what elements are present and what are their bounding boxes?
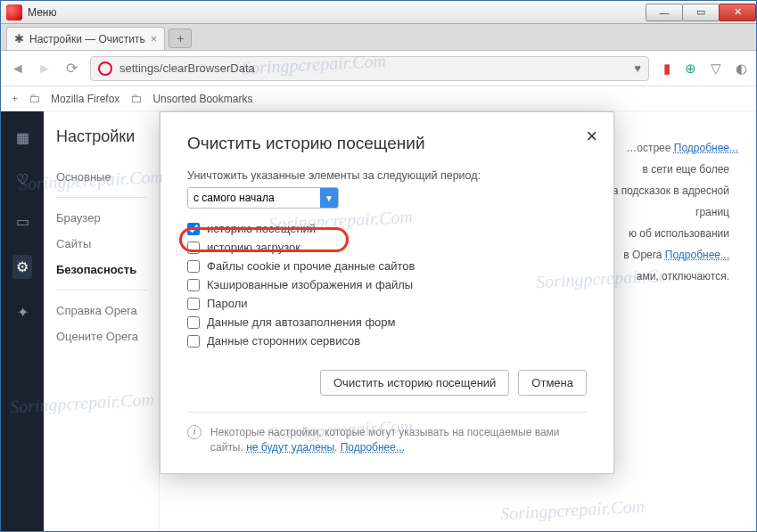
info-icon: i xyxy=(187,425,202,439)
window-close-button[interactable]: ✕ xyxy=(719,4,756,21)
heart-icon[interactable]: ♥ xyxy=(634,61,641,75)
new-tab-button[interactable]: + xyxy=(169,29,192,48)
folder-icon: 🗀 xyxy=(29,92,40,105)
maximize-button[interactable]: ▭ xyxy=(682,4,720,21)
chk-cache[interactable] xyxy=(187,279,200,291)
url-text: settings/clearBrowserData xyxy=(119,61,255,75)
chk-passwords[interactable] xyxy=(187,298,200,310)
left-icon-rail: ▦ ♡ ▭ ⚙ ✦ xyxy=(1,111,44,531)
chk-cookies[interactable] xyxy=(187,260,200,273)
dialog-title: Очистить историю посещений xyxy=(187,134,587,153)
chk-history[interactable] xyxy=(187,223,200,235)
period-select[interactable]: с самого начала ▼ xyxy=(187,187,339,209)
tab-strip: ✱ Настройки — Очистить × + xyxy=(1,24,756,51)
settings-sidebar: Настройки Основные Браузер Сайты Безопас… xyxy=(44,111,160,531)
menu-button[interactable]: Меню xyxy=(28,6,56,19)
sidebar-item-basic[interactable]: Основные xyxy=(56,164,146,190)
period-value: с самого начала xyxy=(193,192,275,204)
more-link[interactable]: Подробнее... xyxy=(674,142,738,154)
more-link[interactable]: Подробнее... xyxy=(665,249,729,261)
adblock-icon[interactable]: ▮ xyxy=(663,61,671,77)
address-bar: ◄ ► ⟳ settings/clearBrowserData ♥ ▮ ⊕ ▽ … xyxy=(1,51,756,86)
speed-dial-icon[interactable]: ▦ xyxy=(16,129,29,146)
sidebar-item-sites[interactable]: Сайты xyxy=(56,231,146,257)
sidebar-item-rate[interactable]: Оцените Opera xyxy=(56,323,146,349)
chk-autofill[interactable] xyxy=(187,316,200,329)
power-icon[interactable]: ◐ xyxy=(736,61,747,77)
chk-thirdparty[interactable] xyxy=(187,335,200,348)
sidebar-item-security[interactable]: Безопасность xyxy=(56,257,146,282)
clear-data-dialog: × Очистить историю посещений Уничтожить … xyxy=(160,111,614,474)
folder-icon: 🗀 xyxy=(130,92,142,105)
bookmark-folder[interactable]: Mozilla Firefox xyxy=(51,93,119,105)
sidebar-item-browser[interactable]: Браузер xyxy=(56,205,146,231)
reload-icon[interactable]: ⟳ xyxy=(63,60,79,77)
tab-settings[interactable]: ✱ Настройки — Очистить × xyxy=(6,27,165,50)
bookmark-folder[interactable]: Unsorted Bookmarks xyxy=(152,93,252,105)
chk-label: Пароли xyxy=(207,297,248,310)
add-bookmark-icon[interactable]: + xyxy=(12,93,18,105)
vpn-globe-icon[interactable]: ⊕ xyxy=(685,61,696,77)
cancel-button[interactable]: Отмена xyxy=(518,370,587,396)
back-icon[interactable]: ◄ xyxy=(10,61,26,77)
opera-logo-icon xyxy=(6,4,22,20)
note-more-link[interactable]: Подробнее... xyxy=(341,441,405,454)
url-field[interactable]: settings/clearBrowserData ♥ xyxy=(90,56,649,81)
note-link[interactable]: не будут удалены xyxy=(246,441,334,454)
chk-label: Данные сторонних сервисов xyxy=(207,334,360,348)
chk-downloads[interactable] xyxy=(187,241,200,254)
dialog-close-icon[interactable]: × xyxy=(586,125,597,148)
minimize-button[interactable]: — xyxy=(646,4,683,21)
settings-rail-icon[interactable]: ⚙ xyxy=(12,255,32,279)
tab-title: Настройки — Очистить xyxy=(29,33,145,45)
chk-label: историю посещений xyxy=(207,222,316,235)
tab-close-icon[interactable]: × xyxy=(151,32,158,45)
opera-o-icon xyxy=(98,61,112,76)
bookmarks-bar: + 🗀 Mozilla Firefox 🗀 Unsorted Bookmarks xyxy=(1,86,756,111)
sidebar-title: Настройки xyxy=(56,127,146,146)
extensions-icon[interactable]: ✦ xyxy=(17,304,29,321)
chk-label: Данные для автозаполнения форм xyxy=(207,315,396,329)
clear-button[interactable]: Очистить историю посещений xyxy=(320,370,509,396)
heart-rail-icon[interactable]: ♡ xyxy=(16,171,29,188)
chk-label: историю загрузок xyxy=(207,241,300,254)
chk-label: Кэшированные изображения и файлы xyxy=(207,278,413,291)
shield-icon[interactable]: ▽ xyxy=(711,61,721,77)
dialog-subtitle: Уничтожить указанные элементы за следующ… xyxy=(187,169,587,182)
dialog-footer-note: i Некоторые настройки, которые могут ука… xyxy=(187,412,587,455)
gear-icon: ✱ xyxy=(14,32,24,45)
chk-label: Файлы cookie и прочие данные сайтов xyxy=(207,259,415,273)
sidebar-item-help[interactable]: Справка Opera xyxy=(56,298,146,323)
news-icon[interactable]: ▭ xyxy=(16,213,29,230)
chevron-down-icon: ▼ xyxy=(320,188,338,208)
window-titlebar: Меню — ▭ ✕ xyxy=(1,1,756,24)
forward-icon[interactable]: ► xyxy=(37,61,53,77)
